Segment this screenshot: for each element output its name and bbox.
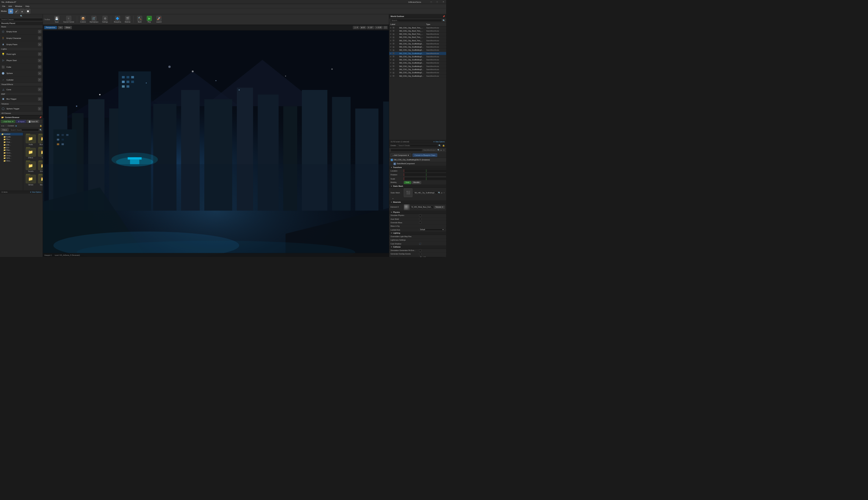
list-item-player-start[interactable]: ▷ Player Start + xyxy=(0,57,43,64)
table-row[interactable]: 👁⬛SM_COG_City_Roof_Trim_VarB_Middle458St… xyxy=(389,36,446,39)
movable-mobility-btn[interactable]: Movable xyxy=(412,181,421,184)
filters-btn[interactable]: Filters xyxy=(1,128,8,132)
place-search-input[interactable] xyxy=(0,18,43,21)
override-mass-checkbox[interactable] xyxy=(419,222,421,224)
sphere-trigger-add-btn[interactable]: + xyxy=(38,107,41,110)
cb-pin-icon[interactable]: 📌 xyxy=(39,116,41,118)
table-row[interactable]: 👁⬛SM_COG_City_Scaffolding02b173StaticMes… xyxy=(389,58,446,61)
cb-view-options-btn[interactable]: ▼ View Options xyxy=(30,191,41,193)
visibility-icon[interactable]: 👁 xyxy=(389,45,392,48)
mesh-reset-btn[interactable]: ✕ xyxy=(443,192,445,194)
physics-section[interactable]: ▼ Physics xyxy=(389,210,446,214)
folder-blueprints[interactable]: 📁 Blueprints xyxy=(38,134,43,146)
tree-item-blue[interactable]: 📁 Blue... xyxy=(0,138,23,141)
visibility-icon[interactable]: 👁 xyxy=(389,65,392,68)
details-browse-icon[interactable]: 🔍 xyxy=(437,149,440,151)
visibility-icon[interactable]: 👁 xyxy=(389,71,392,74)
scale-x-input[interactable]: 2.0 xyxy=(404,177,426,180)
asset-search-input[interactable] xyxy=(9,128,39,132)
scale-y-input[interactable]: 2.0 xyxy=(426,177,446,180)
sphere-add-btn[interactable]: + xyxy=(38,72,41,75)
outliner-lock-icon[interactable]: 📌 xyxy=(443,15,445,17)
tree-item-effe[interactable]: 📁 Effe... xyxy=(0,143,23,146)
actor-name-field[interactable]: SM_COG_City_Scaffolding02b171 xyxy=(391,149,422,152)
player-start-add-btn[interactable]: + xyxy=(38,59,41,62)
tree-item-env[interactable]: 📁 Env xyxy=(0,146,23,149)
visibility-icon[interactable]: 👁 xyxy=(389,26,392,29)
cylinder-add-btn[interactable]: + xyxy=(38,78,41,81)
rotation-y-input[interactable]: 0.0 xyxy=(426,173,446,176)
rotation-x-input[interactable]: 0.0 xyxy=(404,173,426,176)
list-item-cone[interactable]: △ Cone + xyxy=(0,86,43,93)
list-item-cylinder[interactable]: ⌿ Cylinder + xyxy=(0,77,43,83)
sidebar-item-bsp[interactable]: BSP xyxy=(0,93,43,96)
point-light-add-btn[interactable]: + xyxy=(38,52,41,56)
list-item-empty-pawn[interactable]: ♟ Empty Pawn + xyxy=(0,41,43,48)
visibility-icon[interactable]: 👁 xyxy=(389,36,392,39)
tree-item-soun[interactable]: 📁 Soun... xyxy=(0,151,23,154)
materials-section[interactable]: ▼ Materials xyxy=(389,201,446,204)
cone-add-btn[interactable]: + xyxy=(38,88,41,91)
folder-effects[interactable]: 📁 Effects xyxy=(25,147,36,159)
static-mesh-section[interactable]: ▼ Static Mesh xyxy=(389,184,446,188)
sidebar-item-lights[interactable]: Lights xyxy=(0,48,43,51)
rot-snap-ctrl[interactable]: ↻ 10° xyxy=(367,26,374,29)
mode-geometry[interactable]: 🔲 xyxy=(25,9,30,14)
folder-vehicle2[interactable]: 📁 Vehicle xyxy=(25,174,36,186)
mode-landscape[interactable]: ▲ xyxy=(19,9,24,14)
textures-dropdown[interactable]: Textures ▼ xyxy=(434,206,445,208)
table-row[interactable]: 👁⬛SM_COG_City_Roof_Trim_VarB_Middle459St… xyxy=(389,39,446,42)
perspective-btn[interactable]: Perspective xyxy=(44,26,57,29)
visibility-icon[interactable]: 👁 xyxy=(389,52,392,55)
tree-item-vehi[interactable]: 📁 Vehi... xyxy=(0,157,23,160)
list-item-box-trigger[interactable]: ▣ Box Trigger + xyxy=(0,96,43,102)
details-search-input[interactable] xyxy=(397,144,437,147)
cam-speed-ctrl[interactable]: 🎥 4 xyxy=(353,26,359,29)
nav-up-btn[interactable]: ↑ xyxy=(5,125,6,127)
launch-button[interactable]: 🚀 Launch xyxy=(155,15,164,24)
visibility-icon[interactable]: 👁 xyxy=(389,49,392,52)
folder-sounds[interactable]: 📁 Sounds xyxy=(25,161,36,173)
details-options-icon[interactable]: ⚙ xyxy=(443,149,445,151)
table-row[interactable]: 👁⬛SM_COG_City_Scaffolding02b169StaticMes… xyxy=(389,45,446,49)
outliner-view-options-btn[interactable]: ▼ View Options xyxy=(433,141,445,142)
close-btn[interactable]: ✕ xyxy=(441,0,446,4)
mesh-go-btn[interactable]: ▶ xyxy=(441,192,443,194)
list-item-cube[interactable]: ⬛ Cube + xyxy=(0,64,43,70)
static-mobility-btn[interactable]: Static xyxy=(404,181,411,184)
visibility-icon[interactable]: 👁 xyxy=(389,33,392,35)
convert-blueprint-button[interactable]: Convert to Blueprint Class xyxy=(412,153,437,157)
visibility-icon[interactable]: 👁 xyxy=(389,75,392,77)
tree-item-content[interactable]: 📁 Content xyxy=(0,133,23,135)
visibility-icon[interactable]: 👁 xyxy=(389,62,392,65)
empty-pawn-add-btn[interactable]: + xyxy=(38,43,41,46)
locked-axis-dropdown[interactable]: Default ▼ xyxy=(419,228,445,231)
show-btn[interactable]: Show xyxy=(64,26,72,29)
matinee-button[interactable]: 🎬 Matinee xyxy=(123,15,132,24)
folder-env[interactable]: 📁 Env xyxy=(38,147,43,159)
visibility-icon[interactable]: 👁 xyxy=(389,55,392,58)
visibility-icon[interactable]: 👁 xyxy=(389,39,392,42)
table-row[interactable]: 👁⬛SM_COG_City_Scaffolding02b168StaticMes… xyxy=(389,42,446,45)
sim-hit-events-checkbox[interactable] xyxy=(419,249,421,251)
location-x-input[interactable]: 48175.95703 xyxy=(404,169,426,172)
list-item-empty-actor[interactable]: ◻ Empty Actor + xyxy=(0,28,43,35)
collision-section[interactable]: ▼ Collision xyxy=(389,245,446,249)
outliner-search-input[interactable] xyxy=(390,19,442,22)
menu-window[interactable]: Window xyxy=(14,5,23,7)
save-button[interactable]: 💾 Save xyxy=(52,15,62,24)
collision-presets-dropdown[interactable]: BlockAll ▼ xyxy=(419,256,445,257)
table-row[interactable]: 👁⬛SM_COG_City_Scaffolding02b172StaticMes… xyxy=(389,55,446,58)
add-component-button[interactable]: + Add Component ▼ xyxy=(391,153,411,157)
mode-paint[interactable]: 🖌 xyxy=(14,9,19,14)
play-button[interactable]: ▶ Play xyxy=(145,15,154,24)
cb-lock-icon[interactable]: 🔒 xyxy=(40,125,42,127)
visibility-icon[interactable]: 👁 xyxy=(389,58,392,61)
table-row[interactable]: 👁⬛SM_COG_City_Scaffolding02b198StaticMes… xyxy=(389,65,446,68)
auto-weld-checkbox[interactable] xyxy=(419,218,421,220)
folder-weapons[interactable]: 📁 Weapons xyxy=(38,174,43,186)
source-control-button[interactable]: ⑂ Source Control xyxy=(62,15,75,24)
folder-unsorted[interactable]: 📁 Unsorted xyxy=(38,161,43,173)
list-item-sphere-trigger[interactable]: ◯ Sphere Trigger + xyxy=(0,106,43,112)
box-trigger-add-btn[interactable]: + xyxy=(38,97,41,100)
